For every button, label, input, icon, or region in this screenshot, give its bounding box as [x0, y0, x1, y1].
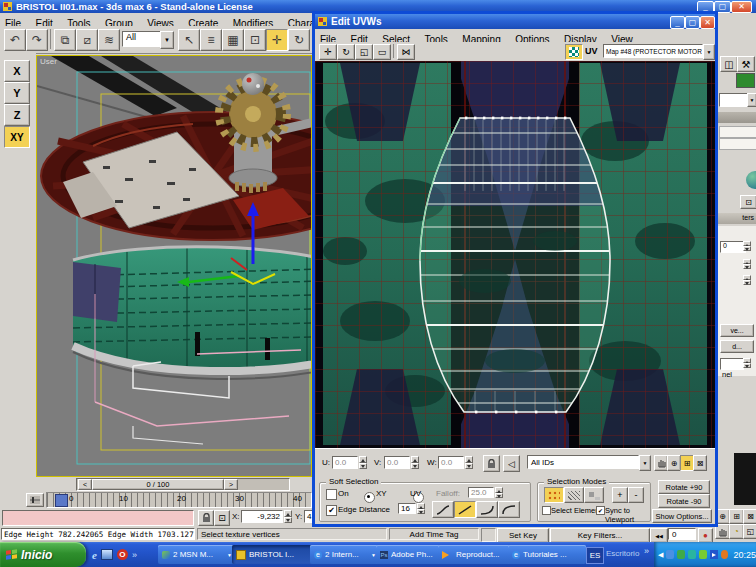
uvw-zoom-button[interactable]: ⊕	[667, 455, 681, 471]
panel-spinner[interactable]	[743, 358, 751, 368]
uvw-freeform-button[interactable]: ▭	[373, 44, 391, 60]
current-frame-marker[interactable]	[55, 494, 68, 507]
ids-dropdown-arrow[interactable]: ▼	[639, 455, 651, 471]
show-map-toggle[interactable]	[565, 44, 583, 60]
panel-spinner[interactable]	[743, 275, 751, 285]
region-select-button[interactable]: ▦	[222, 29, 244, 51]
select-object-button[interactable]: ↖	[178, 29, 200, 51]
w-spinner[interactable]	[465, 456, 473, 469]
task-button-tutoriales[interactable]: e Tutoriales ...	[508, 545, 586, 564]
uvw-close-button[interactable]: ✕	[700, 16, 715, 29]
v-field[interactable]: 0.0	[384, 456, 410, 469]
v-spinner[interactable]	[411, 456, 419, 469]
track-ruler[interactable]: 0 10 20 30 40	[46, 492, 312, 508]
ie-icon[interactable]: e	[92, 549, 97, 561]
go-to-start-button[interactable]: ◀◀	[650, 528, 668, 543]
rotate-button[interactable]: ↻	[288, 29, 310, 51]
uvw-move-button[interactable]: ✛	[319, 44, 337, 60]
task-button-msn[interactable]: 2 MSN M... ▼	[158, 545, 236, 564]
undo-button[interactable]: ↶	[4, 29, 26, 51]
modifier-stack-row[interactable]	[719, 138, 756, 150]
uvw-scale-button[interactable]: ◱	[355, 44, 373, 60]
uvw-lock-button[interactable]	[483, 455, 500, 472]
panel-spinner[interactable]	[743, 259, 751, 269]
falloff-smooth-button[interactable]	[432, 501, 454, 518]
select-link-button[interactable]: ⧉	[54, 29, 76, 51]
start-button[interactable]: Inicio	[0, 542, 86, 567]
add-time-tag[interactable]: Add Time Tag	[389, 528, 479, 540]
axis-x-button[interactable]: X	[4, 60, 30, 82]
u-spinner[interactable]	[359, 456, 367, 469]
close-button[interactable]: ✕	[731, 1, 752, 13]
desktop-toolbar-chevron[interactable]: »	[644, 546, 649, 556]
opera-icon[interactable]: O	[117, 549, 128, 560]
x-coord-spinner[interactable]	[284, 510, 292, 523]
x-coord-field[interactable]: -9,232	[241, 510, 283, 523]
show-desktop-icon[interactable]	[101, 549, 113, 560]
task-button-internet[interactable]: e 2 Intern... ▼	[310, 545, 380, 564]
language-indicator[interactable]: ES	[586, 547, 604, 564]
rotate-minus-90-button[interactable]: Rotate -90	[658, 494, 710, 508]
task-button-bristol[interactable]: BRISTOL I...	[232, 545, 314, 564]
unlink-button[interactable]: ⧄	[76, 29, 98, 51]
falloff-linear-button[interactable]	[454, 501, 476, 518]
soft-on-checkbox[interactable]	[326, 489, 337, 500]
tray-clock[interactable]: 20:25	[733, 550, 756, 560]
bind-spacewarp-button[interactable]: ≋	[98, 29, 120, 51]
next-frame-arrow[interactable]: >	[224, 479, 238, 490]
panel-spinner[interactable]	[743, 241, 751, 251]
falloff-fast-button[interactable]	[498, 501, 520, 518]
edge-distance-spinner[interactable]	[417, 503, 425, 514]
quick-launch-overflow-icon[interactable]: »	[132, 550, 137, 560]
axis-z-button[interactable]: Z	[4, 104, 30, 126]
tray-icon-orange[interactable]	[721, 550, 729, 559]
uvw-rotate-button[interactable]: ↻	[337, 44, 355, 60]
grow-selection-button[interactable]: +	[612, 487, 628, 503]
select-element-checkbox[interactable]	[542, 506, 551, 515]
lock-selection-button[interactable]	[198, 510, 214, 526]
tab-display[interactable]: ◫	[720, 56, 738, 72]
modifier-stack-row[interactable]	[719, 126, 756, 138]
edge-distance-checkbox[interactable]: ✔	[326, 505, 337, 516]
set-key-button[interactable]: Set Key	[497, 528, 549, 543]
viewport-user[interactable]: User	[36, 55, 312, 477]
min-max-toggle-button[interactable]: ◱	[743, 524, 756, 539]
time-slider-handle[interactable]: 0 / 100	[92, 479, 224, 490]
move-button[interactable]: ✛	[266, 29, 288, 51]
current-frame-field[interactable]: 0	[668, 528, 696, 540]
tray-icon-teal[interactable]	[688, 550, 696, 559]
ids-dropdown[interactable]: All IDs	[527, 455, 639, 469]
falloff-slow-button[interactable]	[476, 501, 498, 518]
arc-rotate-button[interactable]: ◔	[729, 524, 744, 539]
absolute-offset-toggle[interactable]: ⊡	[214, 510, 230, 526]
zoom-all-button[interactable]: ⊞	[729, 509, 744, 524]
falloff-field[interactable]: 25.0	[468, 487, 494, 498]
panel-button-a[interactable]: ve...	[720, 324, 754, 337]
selection-filter-dropdown[interactable]: All	[122, 31, 165, 47]
axis-xy-button[interactable]: XY	[4, 126, 30, 148]
uvw-zoom-extents-button[interactable]: ⊠	[693, 455, 707, 471]
modifier-list-dropdown[interactable]	[719, 93, 749, 107]
uvw-mirror-button[interactable]: ⋈	[397, 44, 415, 60]
panel-field[interactable]	[720, 358, 744, 370]
show-options-button[interactable]: Show Options...	[652, 509, 712, 523]
uvw-minimize-button[interactable]: _	[670, 16, 685, 29]
uv-canvas[interactable]	[315, 61, 715, 448]
shrink-selection-button[interactable]: -	[628, 487, 644, 503]
key-mode-toggle[interactable]: ●	[698, 528, 713, 543]
selection-filter-arrow[interactable]: ▼	[160, 31, 174, 49]
redo-button[interactable]: ↷	[26, 29, 48, 51]
map-dropdown-arrow[interactable]: ▼	[703, 44, 715, 60]
rotate-plus-90-button[interactable]: Rotate +90	[658, 480, 710, 494]
vertex-mode-button[interactable]	[544, 487, 564, 503]
modifier-list-arrow[interactable]: ▼	[747, 93, 756, 107]
window-crossing-button[interactable]: ⊡	[244, 29, 266, 51]
task-button-reproductor[interactable]: Reproduct...	[438, 545, 512, 564]
edge-mode-button[interactable]	[564, 487, 584, 503]
stack-button[interactable]: ⊡	[740, 195, 756, 209]
map-dropdown[interactable]: Map #48 (PROTECTOR MOTOR 4	[603, 44, 703, 58]
tray-icon-green[interactable]	[677, 550, 685, 559]
uvw-zoom-region-button[interactable]: ⊞	[680, 455, 694, 471]
key-filters-button[interactable]: Key Filters...	[550, 528, 650, 543]
axis-y-button[interactable]: Y	[4, 82, 30, 104]
